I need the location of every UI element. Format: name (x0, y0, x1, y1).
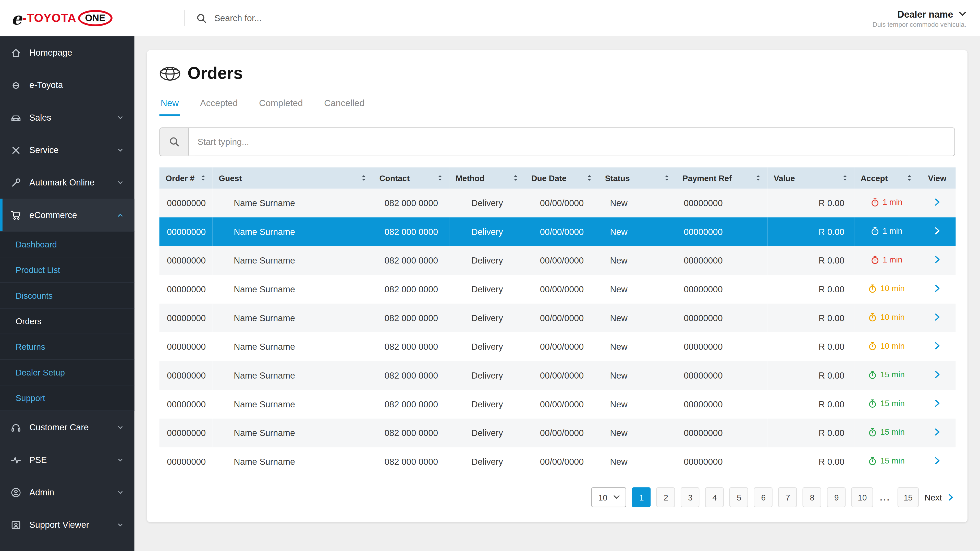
chevron-right-icon[interactable] (932, 341, 942, 351)
pulse-icon (10, 454, 21, 465)
sidebar-item-homepage[interactable]: Homepage (0, 36, 135, 68)
page-button[interactable]: 3 (681, 487, 700, 507)
view-cell[interactable] (919, 447, 956, 476)
page-size-select[interactable]: 10 (592, 487, 627, 507)
sort-icon (755, 174, 761, 182)
value-cell: R 0.00 (767, 361, 854, 390)
table-row[interactable]: 00000000 Name Surname 082 000 0000 Deliv… (159, 419, 956, 448)
column-header-guest[interactable]: Guest (213, 173, 373, 183)
chevron-right-icon[interactable] (932, 399, 942, 408)
table-row[interactable]: 00000000 Name Surname 082 000 0000 Deliv… (159, 332, 956, 361)
accept-cell: 1 min (854, 246, 919, 275)
sidebar-subitem-returns[interactable]: Returns (0, 334, 135, 360)
sidebar-item-automark[interactable]: Automark Online (0, 166, 135, 198)
column-header-due-date[interactable]: Due Date (525, 173, 599, 183)
sidebar-item-customer-care[interactable]: Customer Care (0, 411, 135, 443)
filter-input[interactable] (189, 128, 955, 156)
column-header-accept[interactable]: Accept (854, 173, 919, 183)
sidebar-item-ecommerce[interactable]: eCommerce (0, 199, 135, 231)
page-button[interactable]: 1 (632, 487, 651, 507)
guest-cell: Name Surname (213, 419, 373, 448)
view-cell[interactable] (919, 419, 956, 448)
chevron-right-icon[interactable] (932, 456, 942, 465)
global-search-input[interactable] (213, 13, 478, 24)
chevron-right-icon[interactable] (932, 370, 942, 380)
sidebar-item-service[interactable]: Service (0, 134, 135, 166)
order-number-cell: 00000000 (159, 218, 212, 246)
page-button[interactable]: 6 (754, 487, 773, 507)
view-cell[interactable] (919, 218, 956, 246)
column-header-payment-ref[interactable]: Payment Ref (676, 173, 768, 183)
sidebar-subitem-discounts[interactable]: Discounts (0, 283, 135, 308)
page-button[interactable]: 5 (730, 487, 748, 507)
table-row[interactable]: 00000000 Name Surname 082 000 0000 Deliv… (159, 275, 956, 304)
column-header-status[interactable]: Status (599, 173, 676, 183)
table-row[interactable]: 00000000 Name Surname 082 000 0000 Deliv… (159, 303, 956, 332)
filter-search-button[interactable] (160, 128, 189, 156)
logo-one: ONE (78, 10, 112, 26)
sidebar-item-pse[interactable]: PSE (0, 444, 135, 476)
table-row[interactable]: 00000000 Name Surname 082 000 0000 Deliv… (159, 390, 956, 419)
next-page-button[interactable]: Next (924, 492, 955, 502)
payment-ref-cell: 00000000 (676, 246, 768, 275)
tab-new[interactable]: New (159, 98, 180, 116)
sidebar-item-etoyota[interactable]: e-Toyota (0, 68, 135, 101)
e-toyota-icon (10, 79, 21, 90)
view-cell[interactable] (919, 189, 956, 218)
toyota-logo-icon (159, 66, 180, 81)
table-row[interactable]: 00000000 Name Surname 082 000 0000 Deliv… (159, 447, 956, 476)
search-icon (196, 13, 207, 24)
view-cell[interactable] (919, 303, 956, 332)
status-cell: New (599, 332, 676, 361)
page-button[interactable]: 10 (852, 487, 873, 507)
page-button[interactable]: 4 (705, 487, 724, 507)
tab-cancelled[interactable]: Cancelled (323, 98, 366, 116)
logo-e: e (11, 10, 22, 27)
sidebar-subitem-dealer-setup[interactable]: Dealer Setup (0, 360, 135, 386)
value-cell: R 0.00 (767, 419, 854, 448)
view-cell[interactable] (919, 246, 956, 275)
guest-cell: Name Surname (213, 275, 373, 304)
table-row[interactable]: 00000000 Name Surname 082 000 0000 Deliv… (159, 246, 956, 275)
view-cell[interactable] (919, 361, 956, 390)
contact-cell: 082 000 0000 (373, 361, 449, 390)
sidebar-item-sales[interactable]: Sales (0, 101, 135, 134)
sidebar-subitem-support[interactable]: Support (0, 386, 135, 411)
chevron-right-icon[interactable] (932, 197, 942, 207)
chevron-down-icon[interactable] (959, 11, 966, 17)
due-date-cell: 00/00/0000 (525, 189, 599, 218)
chevron-right-icon[interactable] (932, 312, 942, 322)
column-header-value[interactable]: Value (767, 173, 854, 183)
table-row[interactable]: 00000000 Name Surname 082 000 0000 Deliv… (159, 361, 956, 390)
guest-cell: Name Surname (213, 332, 373, 361)
page-button[interactable]: 2 (657, 487, 675, 507)
column-header-contact[interactable]: Contact (373, 173, 449, 183)
column-header-method[interactable]: Method (449, 173, 525, 183)
chevron-right-icon[interactable] (932, 427, 942, 437)
page-button[interactable]: 8 (803, 487, 821, 507)
chevron-right-icon[interactable] (932, 226, 942, 236)
stopwatch-icon (871, 198, 880, 206)
sidebar-subitem-dashboard[interactable]: Dashboard (0, 232, 135, 257)
sidebar-subitem-product-list[interactable]: Product List (0, 257, 135, 283)
stopwatch-icon (869, 457, 877, 465)
view-cell[interactable] (919, 332, 956, 361)
sidebar-item-admin[interactable]: Admin (0, 476, 135, 508)
view-cell[interactable] (919, 390, 956, 419)
column-header-order[interactable]: Order # (159, 173, 212, 183)
chevron-right-icon[interactable] (932, 284, 942, 293)
view-cell[interactable] (919, 275, 956, 304)
dealer-menu[interactable]: Dealer name Duis tempor commodo vehicula… (873, 8, 980, 28)
page-button-last[interactable]: 15 (897, 487, 919, 507)
table-row[interactable]: 00000000 Name Surname 082 000 0000 Deliv… (159, 189, 956, 218)
sidebar-subitem-orders[interactable]: Orders (0, 309, 135, 334)
table-row[interactable]: 00000000 Name Surname 082 000 0000 Deliv… (159, 218, 956, 246)
page-button[interactable]: 9 (827, 487, 846, 507)
tab-completed[interactable]: Completed (258, 98, 304, 116)
sidebar-item-support-viewer[interactable]: Support Viewer (0, 508, 135, 541)
contact-cell: 082 000 0000 (373, 419, 449, 448)
page-button[interactable]: 7 (778, 487, 797, 507)
chevron-right-icon[interactable] (932, 255, 942, 264)
accept-cell: 1 min (854, 189, 919, 218)
tab-accepted[interactable]: Accepted (199, 98, 239, 116)
